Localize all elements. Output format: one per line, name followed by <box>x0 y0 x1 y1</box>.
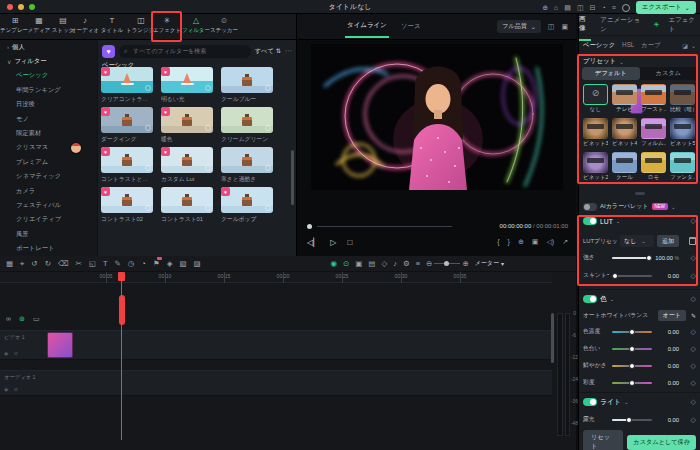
audio-track[interactable]: オーディオ 1 ◉ ⊘ <box>0 370 552 396</box>
panel-expander-handle[interactable] <box>635 192 645 195</box>
sidebar-item[interactable]: ∨ フィルター <box>0 54 97 68</box>
color-keyframe-icon[interactable]: ◇ <box>691 295 696 303</box>
info-icon[interactable] <box>145 125 151 131</box>
link-clips-icon[interactable]: ∞ <box>6 315 11 323</box>
grid-layout-icon[interactable]: ◫ <box>548 23 555 31</box>
color-slider[interactable] <box>612 345 652 353</box>
favorite-heart-badge[interactable]: ♥ <box>221 187 230 196</box>
marker-icon[interactable]: ⚑ <box>153 257 160 271</box>
display-mode-icon[interactable]: ▣ <box>561 23 568 31</box>
chevron-down-icon[interactable]: ⌄ <box>610 296 615 302</box>
add-keyframe-icon[interactable]: ◇ <box>381 257 387 271</box>
tab-source-preview[interactable]: ソース <box>399 16 423 37</box>
favorite-heart-badge[interactable]: ♥ <box>101 147 110 156</box>
mark-in-button[interactable]: { <box>497 238 499 246</box>
eyedropper-icon[interactable]: ✎ <box>691 312 696 319</box>
reset-button[interactable]: リセット <box>583 430 623 450</box>
auto-white-balance-button[interactable]: オート <box>658 310 686 321</box>
preset-tile[interactable]: ⊘ クール <box>612 152 637 186</box>
fullscreen-button[interactable]: ↗ <box>562 238 568 246</box>
top-nav-tab[interactable]: ⊞ テンプレート <box>0 16 30 34</box>
filter-thumbnail[interactable]: ♥ 明るい光 <box>161 67 213 107</box>
snapshot-button[interactable]: ▣ <box>532 238 539 246</box>
preset-tile[interactable]: ⊘ なし <box>583 84 608 118</box>
text-tool-icon[interactable]: T <box>103 257 108 271</box>
preset-tile[interactable]: ⊘ ビネット3 <box>583 118 608 152</box>
video-track[interactable]: ビデオ 1 ◉ ⊘ <box>0 330 552 360</box>
voiceover-icon[interactable]: ⚙ <box>403 257 410 271</box>
meter-dropdown[interactable]: メーター▾ <box>475 259 504 268</box>
exposure-slider[interactable] <box>612 416 652 424</box>
keyframe-icon[interactable]: ◇ <box>691 416 696 424</box>
sidebar-item[interactable]: クリスマス <box>0 141 97 155</box>
color-slider[interactable] <box>612 362 652 370</box>
lut-keyframe-icon[interactable]: ◇ <box>691 217 696 225</box>
auto-ripple-icon[interactable]: ⊙ <box>343 257 349 271</box>
render-preview-icon[interactable]: ◉ <box>330 257 337 271</box>
mark-out-button[interactable]: } <box>508 238 510 246</box>
info-icon[interactable] <box>205 85 211 91</box>
preset-tile[interactable]: ⊘ ビネット4 <box>612 118 637 152</box>
filter-thumbnail[interactable]: ♥ コントラストとシャー... <box>101 147 153 187</box>
top-nav-tab[interactable]: ✳ エフェクト <box>152 16 182 34</box>
tab-image[interactable]: 画像 <box>579 9 591 41</box>
save-as-custom-button[interactable]: カスタムとして保存 <box>627 435 696 450</box>
filter-thumbnail[interactable]: ♥ コントラスト02 <box>101 187 153 227</box>
compare-icon[interactable]: ◪ <box>682 42 688 49</box>
light-toggle[interactable] <box>583 398 597 406</box>
color-slider[interactable] <box>612 379 652 387</box>
sidebar-item[interactable]: 日没後 <box>0 98 97 112</box>
sidebar-item[interactable]: フェスティバル <box>0 198 97 212</box>
timeline-zoom-slider[interactable]: ⊖⊕ <box>426 257 469 271</box>
color-adjust-icon[interactable]: ◈ <box>167 257 173 271</box>
filter-scope-dropdown[interactable]: すべて ⇅ <box>255 47 281 56</box>
track-toggle-icon[interactable]: ⊚ <box>19 315 25 323</box>
info-icon[interactable] <box>265 125 271 131</box>
filter-thumbnail[interactable]: ♥ クールポップ <box>221 187 273 227</box>
sidebar-item[interactable]: › 個人 <box>0 40 97 54</box>
sidebar-item[interactable]: 年間ランキング <box>0 83 97 97</box>
filter-scrollbar[interactable] <box>291 150 294 205</box>
info-icon[interactable] <box>145 165 151 171</box>
preset-tile[interactable]: ⊘ フィルム... <box>641 118 666 152</box>
track-manager-icon[interactable]: ▤ <box>368 257 375 271</box>
info-icon[interactable] <box>265 165 271 171</box>
info-icon[interactable] <box>205 205 211 211</box>
track-lock-mute-icons[interactable]: ◉ ⊘ <box>4 386 20 392</box>
timeline-ruler[interactable]: 00:0500:1000:1500:2000:2500:3000:35 <box>0 272 552 283</box>
favorite-heart-badge[interactable]: ♥ <box>161 147 170 156</box>
color-subtab[interactable]: HSL <box>622 41 634 50</box>
preset-tile[interactable]: ⊘ ファンタ... <box>670 152 695 186</box>
chroma-key-icon[interactable]: ▧ <box>179 257 186 271</box>
filter-thumbnail[interactable]: ♥ コントラスト01 <box>161 187 213 227</box>
favorite-heart-badge[interactable]: ♥ <box>101 107 110 116</box>
video-preview[interactable] <box>311 44 563 190</box>
collapse-icon[interactable]: ⌄ <box>619 59 624 65</box>
light-keyframe-icon[interactable]: ◇ <box>691 398 696 406</box>
filter-thumbnail[interactable]: ♥ クリアコントラスト 01 <box>101 67 153 107</box>
sidebar-item[interactable]: カメラ <box>0 184 97 198</box>
stop-button[interactable]: □ <box>347 238 352 247</box>
color-toggle[interactable] <box>583 295 597 303</box>
preview-zoom-button[interactable]: ⊕ <box>518 238 524 246</box>
tab-animation[interactable]: アニメーション <box>600 10 644 40</box>
lut-add-button[interactable]: 追加 <box>657 235 679 247</box>
crop-icon[interactable]: ◱ <box>89 257 96 271</box>
info-icon[interactable] <box>145 85 151 91</box>
preset-default-tab[interactable]: デフォルト <box>582 67 640 80</box>
sidebar-item[interactable]: プレミアム <box>0 155 97 169</box>
timeline-menu-icon[interactable]: ▦ <box>6 257 13 271</box>
info-icon[interactable] <box>265 85 271 91</box>
info-icon[interactable] <box>265 205 271 211</box>
chevron-down-icon[interactable]: ⌄ <box>616 218 621 224</box>
keyframe-icon[interactable]: ◇ <box>691 362 696 370</box>
scrubber-handle[interactable] <box>307 224 312 229</box>
prev-frame-button[interactable]: ◁▏ <box>307 238 319 247</box>
preset-custom-tab[interactable]: カスタム <box>640 67 698 80</box>
info-icon[interactable] <box>205 125 211 131</box>
preset-tile[interactable]: ⊘ ブースト... <box>641 84 666 118</box>
color-subtab[interactable]: カーブ <box>641 41 660 50</box>
lut-strength-slider[interactable] <box>612 254 652 262</box>
scrubber-track[interactable] <box>317 226 452 227</box>
top-nav-tab[interactable]: ♪ オーディオ <box>70 16 100 34</box>
